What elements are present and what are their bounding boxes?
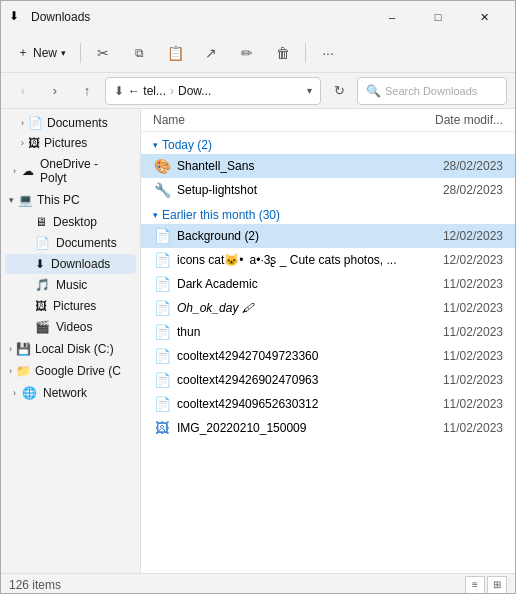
file-date-background: 12/02/2023 <box>413 229 503 243</box>
new-label: New <box>33 46 57 60</box>
group-today[interactable]: ▾ Today (2) <box>141 132 515 154</box>
file-icon-cooltext2: 📄 <box>153 371 171 389</box>
file-date-icons-cat: 12/02/2023 <box>413 253 503 267</box>
chevron-down-icon: ▾ <box>9 195 14 205</box>
title-bar-title: Downloads <box>31 10 369 24</box>
search-bar[interactable]: 🔍 Search Downloads <box>357 77 507 105</box>
sidebar-item-desktop[interactable]: 🖥 Desktop <box>5 212 136 232</box>
file-row-cooltext1[interactable]: 📄 cooltext429427049723360 11/02/2023 <box>141 344 515 368</box>
column-date[interactable]: Date modif... <box>413 113 503 127</box>
file-icon-dark-academic: 📄 <box>153 275 171 293</box>
chevron-right-icon: › <box>13 166 16 176</box>
close-button[interactable]: ✕ <box>461 1 507 33</box>
sidebar-item-label: Desktop <box>53 215 97 229</box>
group-earlier[interactable]: ▾ Earlier this month (30) <box>141 202 515 224</box>
maximize-button[interactable]: □ <box>415 1 461 33</box>
copy-button[interactable]: ⧉ <box>123 37 155 69</box>
sidebar-item-label: Documents <box>56 236 117 250</box>
address-bar[interactable]: ⬇ ← tel... › Dow... ▾ <box>105 77 321 105</box>
sidebar-item-googledrive[interactable]: › 📁 Google Drive (C <box>5 361 136 381</box>
file-name-cooltext1: cooltext429427049723360 <box>177 349 407 363</box>
paste-button[interactable]: 📋 <box>159 37 191 69</box>
new-chevron-icon: ▾ <box>61 48 66 58</box>
file-name-img: IMG_20220210_150009 <box>177 421 407 435</box>
file-row-icons-cat[interactable]: 📄 icons cat🐱•ﾠa•·3ʂ _ Cute cats photos, … <box>141 248 515 272</box>
status-bar: 126 items ≡ ⊞ <box>1 573 515 594</box>
delete-button[interactable]: 🗑 <box>267 37 299 69</box>
videos-icon: 🎬 <box>35 320 50 334</box>
back-button[interactable]: ‹ <box>9 77 37 105</box>
title-bar-icon: ⬇ <box>9 9 25 25</box>
file-row-cooltext2[interactable]: 📄 cooltext429426902470963 11/02/2023 <box>141 368 515 392</box>
sidebar-item-documents[interactable]: › 📄 Documents <box>1 113 140 133</box>
file-name-dark-academic: Dark Academic <box>177 277 407 291</box>
status-item-count: 126 items <box>9 578 61 592</box>
sidebar-item-videos[interactable]: 🎬 Videos <box>5 317 136 337</box>
sidebar-item-label: Pictures <box>44 136 87 150</box>
file-row-lightshot[interactable]: 🔧 Setup-lightshot 28/02/2023 <box>141 178 515 202</box>
thispc-icon: 💻 <box>18 193 33 207</box>
group-earlier-label: Earlier this month (30) <box>162 208 280 222</box>
music-icon: 🎵 <box>35 278 50 292</box>
refresh-button[interactable]: ↻ <box>325 77 353 105</box>
sidebar-item-localdisk[interactable]: › 💾 Local Disk (C:) <box>5 339 136 359</box>
file-icon-shantell: 🎨 <box>153 157 171 175</box>
file-row-shantell[interactable]: 🎨 Shantell_Sans 28/02/2023 <box>141 154 515 178</box>
file-list: Name Date modif... ▾ Today (2) 🎨 Shantel… <box>141 109 515 573</box>
file-list-header: Name Date modif... <box>141 109 515 132</box>
sidebar-item-thispc[interactable]: ▾ 💻 This PC <box>5 190 136 210</box>
chevron-right-icon: › <box>9 344 12 354</box>
file-icon-img: 🖼 <box>153 419 171 437</box>
pictures-icon: 🖼 <box>28 136 40 150</box>
sidebar-item-label: Documents <box>47 116 108 130</box>
share-button[interactable]: ↗ <box>195 37 227 69</box>
file-name-cooltext2: cooltext429426902470963 <box>177 373 407 387</box>
minimize-button[interactable]: – <box>369 1 415 33</box>
up-button[interactable]: ↑ <box>73 77 101 105</box>
sidebar-item-label: Pictures <box>53 299 96 313</box>
column-name[interactable]: Name <box>153 113 413 127</box>
network-icon: 🌐 <box>22 386 37 400</box>
list-view-button[interactable]: ≡ <box>465 576 485 594</box>
sidebar-item-label: Music <box>56 278 87 292</box>
search-placeholder: Search Downloads <box>385 85 477 97</box>
file-date-lightshot: 28/02/2023 <box>413 183 503 197</box>
forward-button[interactable]: › <box>41 77 69 105</box>
file-icon-oh-ok-day: 📄 <box>153 299 171 317</box>
group-today-label: Today (2) <box>162 138 212 152</box>
title-bar: ⬇ Downloads – □ ✕ <box>1 1 515 33</box>
sidebar-item-label: Downloads <box>51 257 110 271</box>
rename-button[interactable]: ✏ <box>231 37 263 69</box>
file-date-dark-academic: 11/02/2023 <box>413 277 503 291</box>
sidebar-item-pictures-pc[interactable]: 🖼 Pictures <box>5 296 136 316</box>
file-row-oh-ok-day[interactable]: 📄 Oh_ok_day 🖊 11/02/2023 <box>141 296 515 320</box>
address-bar-path1: ← tel... <box>128 84 166 98</box>
sidebar-item-onedrive[interactable]: › ☁ OneDrive - Polyt <box>5 154 136 188</box>
file-date-cooltext3: 11/02/2023 <box>413 397 503 411</box>
sidebar-item-documents-pc[interactable]: 📄 Documents <box>5 233 136 253</box>
file-row-thun[interactable]: 📄 thun 11/02/2023 <box>141 320 515 344</box>
documents-icon: 📄 <box>28 116 43 130</box>
file-row-cooltext3[interactable]: 📄 cooltext429409652630312 11/02/2023 <box>141 392 515 416</box>
sidebar-item-label: This PC <box>37 193 80 207</box>
file-date-shantell: 28/02/2023 <box>413 159 503 173</box>
sidebar-item-music[interactable]: 🎵 Music <box>5 275 136 295</box>
more-button[interactable]: ··· <box>312 37 344 69</box>
address-bar-dropdown-icon[interactable]: ▾ <box>307 85 312 96</box>
chevron-group-earlier-icon: ▾ <box>153 210 158 220</box>
cut-button[interactable]: ✂ <box>87 37 119 69</box>
toolbar-separator-1 <box>80 43 81 63</box>
file-row-dark-academic[interactable]: 📄 Dark Academic 11/02/2023 <box>141 272 515 296</box>
sidebar-item-pictures[interactable]: › 🖼 Pictures <box>1 133 140 153</box>
main-area: › 📄 Documents › 🖼 Pictures › ☁ OneDrive … <box>1 109 515 573</box>
search-icon: 🔍 <box>366 84 381 98</box>
sidebar: › 📄 Documents › 🖼 Pictures › ☁ OneDrive … <box>1 109 141 573</box>
detail-view-button[interactable]: ⊞ <box>487 576 507 594</box>
sidebar-item-downloads[interactable]: ⬇ Downloads <box>5 254 136 274</box>
new-button[interactable]: ＋ New ▾ <box>9 40 74 65</box>
file-row-background[interactable]: 📄 Background (2) 12/02/2023 <box>141 224 515 248</box>
sidebar-item-network[interactable]: › 🌐 Network <box>5 383 136 403</box>
chevron-group-today-icon: ▾ <box>153 140 158 150</box>
file-name-background: Background (2) <box>177 229 407 243</box>
file-row-img[interactable]: 🖼 IMG_20220210_150009 11/02/2023 <box>141 416 515 440</box>
